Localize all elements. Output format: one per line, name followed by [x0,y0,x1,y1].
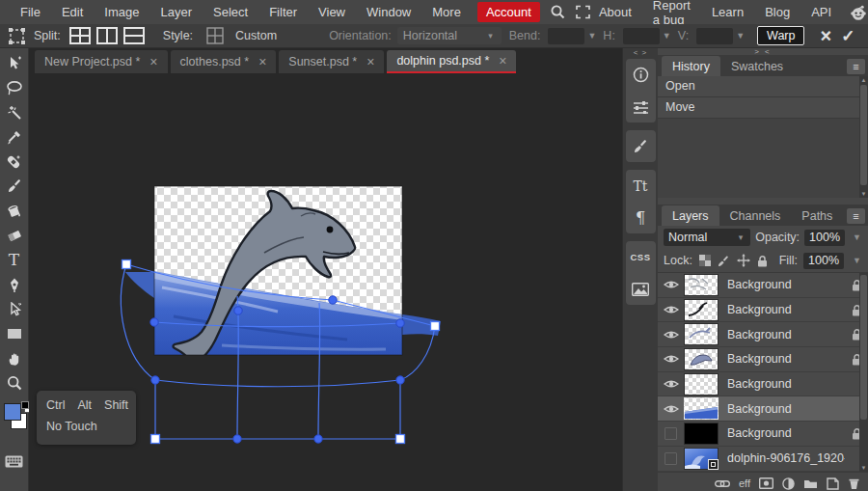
tab-clothes[interactable]: clothes.psd * × [171,50,277,73]
search-icon[interactable] [550,4,566,20]
layer-thumbnail[interactable] [684,323,719,345]
history-item-open[interactable]: Open [658,76,868,97]
split-quad-button[interactable] [68,26,92,45]
confirm-transform-icon[interactable]: ✓ [841,28,854,44]
layer-row[interactable]: Background [658,322,868,347]
style-value[interactable]: Custom [235,29,277,42]
visibility-eye-icon[interactable] [658,379,684,389]
layer-effects-button[interactable]: eff [739,477,750,489]
menu-file[interactable]: File [10,5,51,19]
layer-thumbnail[interactable] [684,274,719,296]
delete-layer-icon[interactable] [848,477,860,490]
type-tool[interactable]: T [1,248,28,272]
link-report-a-bug[interactable]: Report a bug [644,0,699,27]
tab-new-project[interactable]: New Project.psd * × [35,50,168,73]
path-select-tool[interactable] [1,297,28,321]
info-panel-icon[interactable] [626,59,656,91]
layers-menu-icon[interactable]: ≡ [847,208,865,224]
tab-sunset[interactable]: Sunset.psd * × [279,50,384,73]
layer-row[interactable]: Background [658,347,868,372]
scroll-down-icon[interactable]: ▼ [859,464,868,472]
layer-row[interactable]: dolphin-906176_1920-10 [658,447,868,472]
orientation-select[interactable]: Horizontal ▾ [397,27,502,44]
tab-layers[interactable]: Layers [662,205,719,226]
scrollbar-thumb[interactable] [860,275,867,420]
panel-collapse-icon[interactable]: > < [658,48,868,55]
fill-value[interactable]: 100% [803,253,844,269]
visibility-eye-icon[interactable] [658,280,684,289]
lasso-tool[interactable] [1,76,28,100]
reddit-icon[interactable] [850,4,867,21]
strip-collapse-icon[interactable]: < > [634,49,648,57]
h-dropdown-icon[interactable]: ▼ [663,31,671,41]
brush-panel-icon[interactable] [626,130,656,162]
blend-mode-select[interactable]: Normal ▾ [664,229,750,246]
layers-scrollbar[interactable]: ▼ [859,273,868,472]
foreground-color-swatch[interactable] [4,403,21,421]
css-panel-icon[interactable]: CSS [626,241,656,273]
layer-thumbnail[interactable] [684,348,719,370]
canvas-workspace[interactable]: Ctrl Alt Shift No Touch [29,73,622,491]
menu-select[interactable]: Select [203,5,258,19]
menu-more[interactable]: More [421,5,472,19]
history-scrollbar[interactable]: ▲ ▼ [859,76,868,198]
visibility-eye-icon[interactable] [658,404,684,414]
menu-image[interactable]: Image [94,5,149,19]
split-vertical-button[interactable] [95,26,119,45]
color-swatches[interactable] [1,401,28,436]
spot-healing-tool[interactable] [1,150,28,174]
link-blog[interactable]: Blog [756,5,799,19]
visibility-eye-icon[interactable] [658,305,684,314]
layer-row[interactable]: Background [658,273,868,298]
warp-button[interactable]: Warp [757,26,804,45]
eraser-tool[interactable] [1,224,28,248]
cancel-transform-icon[interactable]: × [820,26,831,45]
eyedropper-tool[interactable] [1,125,28,150]
close-icon[interactable]: × [149,54,157,69]
tab-channels[interactable]: Channels [719,205,792,226]
new-layer-icon[interactable] [827,477,839,490]
zoom-tool[interactable] [1,371,28,396]
lock-all-icon[interactable] [756,254,770,267]
layer-row[interactable]: Background [658,298,868,323]
link-about[interactable]: About [590,5,640,19]
magic-wand-tool[interactable] [1,100,28,124]
add-mask-icon[interactable] [759,477,773,489]
fill-dropdown-icon[interactable]: ▼ [853,256,861,265]
layer-thumbnail[interactable] [684,373,719,396]
history-item-move[interactable]: Move [658,97,868,119]
lock-position-icon[interactable] [737,254,750,267]
menu-filter[interactable]: Filter [258,5,308,19]
close-icon[interactable]: × [499,53,506,68]
brush-tool[interactable] [1,175,28,199]
opacity-dropdown-icon[interactable]: ▼ [853,232,861,242]
scroll-up-icon[interactable]: ▲ [859,76,868,84]
v-dropdown-icon[interactable]: ▼ [736,31,745,41]
layer-row[interactable]: Background [658,372,868,397]
tab-history[interactable]: History [662,56,720,76]
lock-pixels-icon[interactable] [718,254,731,267]
menu-edit[interactable]: Edit [51,5,94,19]
layer-thumbnail[interactable] [684,397,719,420]
keyboard-shortcuts-icon[interactable] [1,450,28,474]
move-tool[interactable] [1,51,28,75]
fullscreen-icon[interactable] [576,5,590,19]
menu-view[interactable]: View [308,5,356,19]
scroll-down-icon[interactable]: ▼ [859,190,868,198]
menu-layer[interactable]: Layer [150,5,203,19]
visibility-checkbox-empty[interactable] [658,452,684,465]
layer-row[interactable]: Background [658,422,868,447]
h-input[interactable] [623,28,660,44]
style-grid-icon[interactable] [206,27,224,44]
paragraph-panel-icon[interactable]: ¶ [626,202,656,233]
visibility-eye-icon[interactable] [658,330,684,340]
history-menu-icon[interactable]: ≡ [847,59,865,74]
split-horizontal-button[interactable] [122,26,146,45]
visibility-eye-icon[interactable] [658,354,684,364]
bend-input[interactable] [548,28,584,44]
rectangle-tool[interactable] [1,322,28,346]
opacity-value[interactable]: 100% [804,230,845,246]
layer-thumbnail[interactable] [684,423,719,445]
v-input[interactable] [696,28,733,44]
image-panel-icon[interactable] [626,273,656,305]
